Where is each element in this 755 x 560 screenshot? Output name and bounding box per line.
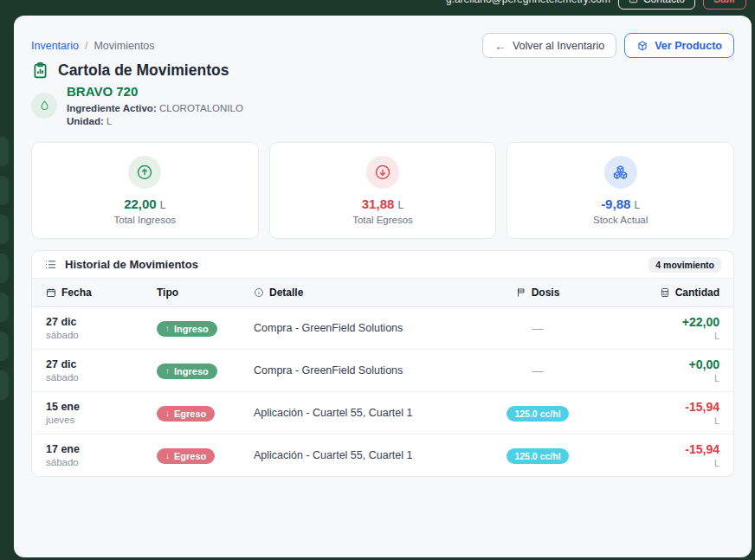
page-title: Cartola de Movimientos (58, 61, 229, 80)
breadcrumb-movimientos: Movimientos (94, 40, 154, 52)
cell-dosis: — (477, 363, 598, 378)
info-icon (254, 287, 264, 298)
ingreso-badge: ↑Ingreso (157, 321, 217, 337)
cell-tipo: ↑Ingreso (157, 362, 254, 379)
arrow-down-circle-icon (366, 156, 399, 189)
egreso-badge: ↓Egreso (157, 448, 215, 464)
product-unit: Unidad: L (67, 115, 243, 128)
stat-value-ingresos: 22,00 L (124, 196, 165, 211)
breadcrumb-separator: / (85, 40, 87, 52)
back-label: Volver al Inventario (513, 40, 604, 52)
table-row: 27 dic sábado ↑Ingreso Compra - GreenFie… (32, 307, 733, 350)
cell-detalle: Aplicación - Cuartel 55, Cuartel 1 (254, 449, 477, 461)
back-to-inventory-button[interactable]: ← Volver al Inventario (482, 33, 616, 58)
stat-value-egresos: 31,88 L (362, 196, 403, 211)
stat-label-stock: Stock Actual (593, 215, 648, 225)
dose-badge: 125.0 cc/hl (507, 406, 568, 422)
calculator-icon (660, 287, 670, 298)
view-product-label: Ver Producto (655, 40, 722, 52)
stat-card-stock-actual: -9,88 L Stock Actual (507, 142, 734, 239)
cell-cantidad: +0,00 L (598, 357, 720, 384)
cell-dosis: — (477, 320, 598, 336)
arrow-left-icon: ← (494, 40, 507, 52)
table-title: Historial de Movimientos (65, 258, 198, 271)
column-header-detalle: Detalle (254, 286, 477, 299)
logout-button[interactable]: Salir (703, 0, 746, 10)
sidebar-item-hint[interactable] (0, 370, 9, 400)
cube-icon (636, 40, 649, 52)
cell-cantidad: -15,94 L (598, 400, 720, 427)
stat-card-total-ingresos: 22,00 L Total Ingresos (31, 142, 259, 239)
stat-label-ingresos: Total Ingresos (114, 215, 177, 225)
cell-fecha: 17 ene sábado (46, 442, 157, 469)
cell-cantidad: -15,94 L (598, 442, 720, 469)
stat-label-egresos: Total Egresos (352, 215, 413, 225)
cell-tipo: ↓Egreso (157, 404, 254, 422)
cubes-icon (604, 156, 637, 189)
arrow-up-icon: ↑ (165, 366, 170, 376)
envelope-icon (629, 0, 638, 4)
column-header-cantidad: Cantidad (598, 286, 720, 299)
clipboard-chart-icon (31, 61, 49, 80)
sidebar-strip (0, 16, 14, 560)
user-email: g.arellano@peregrinetelemetry.com (446, 0, 610, 5)
table-header: Fecha Tipo Detalle Dosis Cantidad (32, 279, 733, 307)
cell-detalle: Aplicación - Cuartel 55, Cuartel 1 (254, 407, 477, 419)
table-row: 15 ene jueves ↓Egreso Aplicación - Cuart… (32, 392, 733, 434)
cell-fecha: 27 dic sábado (46, 357, 157, 384)
main-panel: Inventario / Movimientos ← Volver al Inv… (14, 16, 752, 557)
calendar-icon (46, 287, 56, 298)
sidebar-item-hint[interactable] (0, 293, 9, 322)
list-icon (44, 258, 57, 271)
product-active-ingredient: Ingrediente Activo: CLOROTALONILO (67, 102, 243, 115)
cell-tipo: ↑Ingreso (157, 319, 254, 337)
product-summary: BRAVO 720 Ingrediente Activo: CLOROTALON… (31, 84, 734, 128)
sidebar-item-hint[interactable] (0, 215, 9, 244)
movement-count-badge: 4 movimiento (649, 257, 721, 273)
droplet-icon (31, 93, 57, 119)
table-row: 17 ene sábado ↓Egreso Aplicación - Cuart… (32, 434, 733, 476)
contact-label: Contacto (643, 0, 685, 5)
cell-fecha: 27 dic sábado (46, 315, 157, 342)
contact-button[interactable]: Contacto (618, 0, 695, 10)
column-header-dosis: Dosis (477, 286, 598, 299)
arrow-down-icon: ↓ (165, 451, 170, 460)
cell-detalle: Compra - GreenField Solutions (254, 364, 477, 377)
dose-badge: 125.0 cc/hl (507, 448, 568, 464)
column-header-tipo: Tipo (157, 286, 254, 299)
movements-table: Historial de Movimientos 4 movimiento Fe… (31, 250, 734, 477)
cell-dosis: 125.0 cc/hl (477, 405, 598, 422)
egreso-badge: ↓Egreso (157, 406, 215, 422)
stat-card-total-egresos: 31,88 L Total Egresos (269, 142, 497, 239)
sidebar-item-hint[interactable] (0, 331, 9, 361)
table-row: 27 dic sábado ↑Ingreso Compra - GreenFie… (32, 350, 733, 392)
sidebar-item-hint[interactable] (0, 137, 9, 166)
arrow-down-icon: ↓ (165, 409, 170, 418)
view-product-button[interactable]: Ver Producto (624, 33, 734, 58)
cell-cantidad: +22,00 L (598, 315, 720, 342)
cell-fecha: 15 ene jueves (46, 400, 157, 427)
breadcrumb: Inventario / Movimientos (31, 40, 155, 52)
product-name: BRAVO 720 (67, 84, 243, 99)
arrow-up-circle-icon (128, 156, 161, 189)
flag-icon (516, 287, 526, 298)
column-header-fecha: Fecha (46, 286, 157, 299)
sidebar-item-hint[interactable] (0, 176, 9, 205)
topbar: g.arellano@peregrinetelemetry.com Contac… (0, 0, 755, 16)
logout-label: Salir (713, 0, 736, 5)
cell-detalle: Compra - GreenField Solutions (254, 322, 477, 334)
breadcrumb-inventario[interactable]: Inventario (31, 40, 79, 52)
cell-dosis: 125.0 cc/hl (477, 447, 598, 464)
stat-value-stock: -9,88 L (601, 196, 640, 211)
sidebar-item-hint[interactable] (0, 254, 9, 283)
ingreso-badge: ↑Ingreso (157, 364, 217, 379)
arrow-up-icon: ↑ (165, 324, 170, 333)
cell-tipo: ↓Egreso (157, 447, 254, 464)
